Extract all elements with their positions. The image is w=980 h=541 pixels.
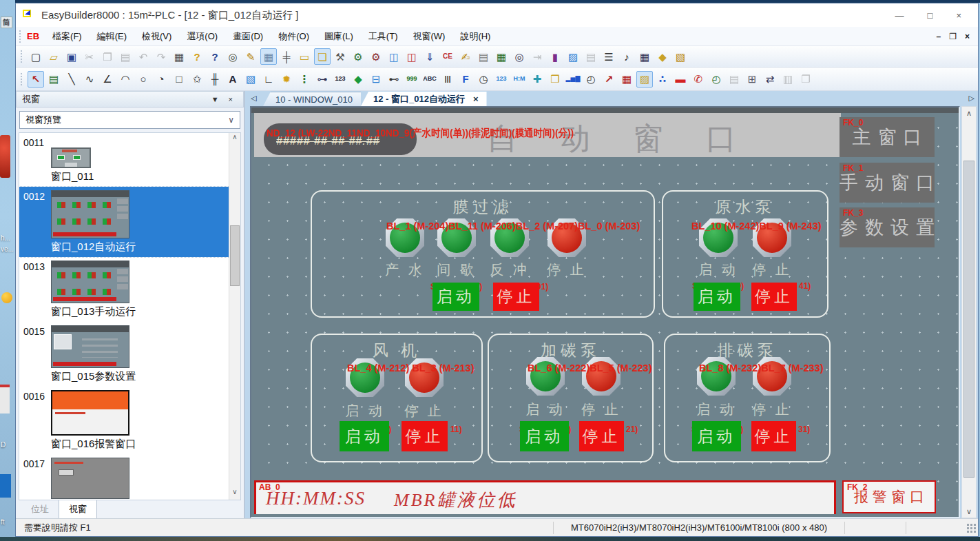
ascii-input-icon[interactable]: ABC <box>421 71 438 88</box>
arc-icon[interactable]: ◠ <box>117 71 134 88</box>
start-button[interactable]: 启动 <box>432 283 479 311</box>
download-icon[interactable]: ⇓ <box>421 48 438 65</box>
word-switch-icon[interactable]: 123 <box>332 71 348 88</box>
whats-this-icon[interactable]: ? <box>207 48 223 65</box>
meter-display-icon[interactable]: ◴ <box>583 71 599 88</box>
numeric-input-icon[interactable]: 999 <box>404 71 420 88</box>
start-button[interactable]: 启动 <box>692 421 741 451</box>
pen-icon[interactable]: ✎ <box>242 48 259 65</box>
select-icon[interactable]: ↖ <box>28 71 44 88</box>
group-carbon-dosing-pump[interactable]: 加碳泵 BL_6 (M-222)BL_5 (M-223) 启 动 停 止 启动 … <box>488 334 654 462</box>
tab-scroll-left-icon[interactable]: ◁ <box>251 94 256 103</box>
bit-switch-icon[interactable]: ⊶ <box>314 71 331 88</box>
polyline-icon[interactable]: ∠ <box>99 71 116 88</box>
menu-item[interactable]: 視窗(W) <box>405 28 452 45</box>
text-icon[interactable]: A <box>225 71 241 88</box>
canvas-vertical-scrollbar[interactable]: ∧ ∨ <box>961 106 977 518</box>
window-thumbnail[interactable] <box>51 390 129 436</box>
rebuild-icon[interactable]: ⚙ <box>368 48 384 65</box>
picture-view-icon[interactable]: ▨ <box>636 71 653 88</box>
scroll-up-icon[interactable]: ∧ <box>962 107 976 119</box>
scroll-down-icon[interactable]: ∨ <box>962 505 976 518</box>
library-import-icon[interactable]: ▮ <box>547 48 563 65</box>
menu-item[interactable]: 檔案(F) <box>45 28 90 45</box>
design-canvas[interactable]: 自动窗口 ##### ## ## ##.## ND_12 (LW-22ND_11… <box>251 108 959 517</box>
start-button[interactable]: 启动 <box>340 421 389 451</box>
address-viewer-icon[interactable]: ◎ <box>511 48 528 65</box>
save-icon[interactable]: ▣ <box>63 48 80 65</box>
scrollbar-thumb[interactable] <box>230 225 240 286</box>
rtc-icon[interactable]: ◷ <box>475 71 492 88</box>
tab-address[interactable]: 位址 <box>21 500 59 518</box>
tab-window-012[interactable]: 12 - 窗口_012自动运行 × <box>361 92 487 106</box>
time-display-icon[interactable]: H:M <box>511 71 528 88</box>
stop-button[interactable]: 停止 <box>579 421 624 451</box>
window-thumbnail[interactable] <box>51 147 91 168</box>
start-button[interactable]: 启动 <box>520 421 569 451</box>
fk-main-window-button[interactable]: FK_0 主窗口 <box>840 117 935 157</box>
snap-icon[interactable]: ╪ <box>278 48 295 65</box>
moving-shape-icon[interactable]: ✚ <box>529 71 545 88</box>
list-item-window-0015[interactable]: 0015 窗口_015参数设置 <box>19 322 240 387</box>
pie-icon[interactable]: ◔ <box>153 71 169 88</box>
window-thumbnail[interactable] <box>51 261 129 303</box>
tab-scroll-right-icon[interactable]: ▷ <box>969 94 974 103</box>
view-mode-select[interactable]: 視窗預覽 ∨ <box>19 111 240 129</box>
tab-window-010[interactable]: 10 - WINDOW_010 <box>263 92 361 106</box>
bar-graph-icon[interactable]: ▂▅▇ <box>565 71 581 88</box>
open-icon[interactable]: ▱ <box>45 48 62 65</box>
toolbar-drag-handle[interactable] <box>21 73 23 85</box>
mdi-restore-icon[interactable]: ❐ <box>949 32 957 41</box>
menu-item[interactable]: 檢視(V) <box>134 28 179 45</box>
ce-download-icon[interactable]: CE <box>439 48 456 65</box>
barcode-icon[interactable]: ||| <box>439 71 456 88</box>
menu-item[interactable]: 選項(O) <box>179 28 225 45</box>
maximize-icon[interactable]: □ <box>928 10 933 21</box>
scatter-icon[interactable]: ∴ <box>654 71 671 88</box>
macro-icon[interactable]: ✍ <box>457 48 474 65</box>
group-membrane-filter[interactable]: 膜过滤 BL_1 (M-204)BL_11 (M-206)BL_2 (M-207… <box>311 190 655 318</box>
print-icon[interactable]: ▦ <box>171 48 187 65</box>
slider-icon[interactable]: ⊷ <box>386 71 402 88</box>
stop-button[interactable]: 停止 <box>751 421 796 451</box>
close-icon[interactable]: × <box>956 10 961 21</box>
window-thumbnail[interactable] <box>51 458 129 499</box>
object-list-icon[interactable]: ☰ <box>601 48 617 65</box>
tab-close-icon[interactable]: × <box>473 94 479 104</box>
bezier-icon[interactable]: ∿ <box>81 71 98 88</box>
menu-item[interactable]: 編輯(E) <box>90 28 134 45</box>
layer-icon[interactable]: ❏ <box>314 48 331 65</box>
window-thumbnail[interactable] <box>51 325 129 368</box>
scale-icon[interactable]: ╫ <box>207 71 223 88</box>
compile-icon[interactable]: ⚙ <box>350 48 366 65</box>
grid-icon[interactable]: ▦ <box>260 48 277 65</box>
bit-lamp-icon[interactable]: ✹ <box>278 71 295 88</box>
polygon-icon[interactable]: ✩ <box>189 71 205 88</box>
option-list-icon[interactable]: ⊟ <box>368 71 384 88</box>
fk-alarm-window-button[interactable]: FK_2 报警窗口 <box>842 480 936 513</box>
line-icon[interactable]: ╲ <box>63 71 80 88</box>
stop-button[interactable]: 停止 <box>493 283 539 311</box>
menu-item[interactable]: 物件(O) <box>271 28 317 45</box>
group-carbon-discharge-pump[interactable]: 排碳泵 BL_8 (M-232)BL_7 (M-233) 启 动 停 止 启动 … <box>664 334 831 462</box>
sound-library-icon[interactable]: ♪ <box>618 48 635 65</box>
find-icon[interactable]: ◎ <box>225 48 241 65</box>
label-library-icon[interactable]: ▦ <box>493 48 510 65</box>
panel-collapse-icon[interactable]: ▼ <box>207 95 224 103</box>
tag-library-icon[interactable]: ◆ <box>654 48 671 65</box>
list-item-window-0017[interactable]: 0017 <box>19 454 240 500</box>
list-scrollbar[interactable]: ∧ ∨ <box>229 133 240 500</box>
marquee-icon[interactable]: ▬ <box>672 71 689 88</box>
panel-header[interactable]: 視窗 ▼ × <box>16 91 244 108</box>
scroll-up-icon[interactable]: ∧ <box>229 133 240 145</box>
numeric-keypad-icon[interactable]: ▦ <box>636 48 653 65</box>
new-icon[interactable]: ▢ <box>28 48 44 65</box>
scroll-down-icon[interactable]: ∨ <box>229 488 240 500</box>
resize-grip[interactable] <box>966 522 977 533</box>
menu-item[interactable]: 圖庫(L) <box>317 28 361 45</box>
panel-close-icon[interactable]: × <box>224 95 238 103</box>
toolbar-drag-handle[interactable] <box>21 50 23 63</box>
function-key-icon[interactable]: F <box>457 71 474 88</box>
alarm-bar[interactable]: AB_0 HH:MM:SS MBR罐液位低 <box>254 480 836 514</box>
list-item-window-0011[interactable]: 0011 窗口_011 <box>19 133 240 187</box>
